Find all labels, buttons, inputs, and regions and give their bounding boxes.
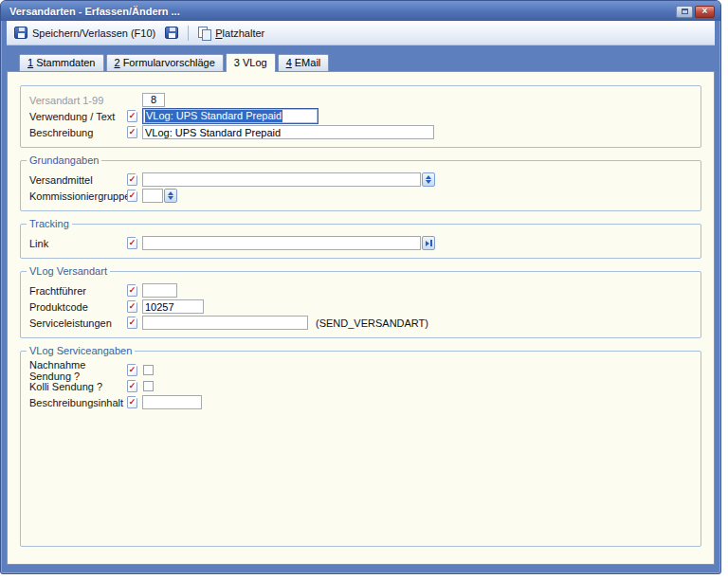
tab-strip: 1Stammdaten 2Formularvorschläge 3VLog 4E… xyxy=(7,48,715,71)
group-title: Grundangaben xyxy=(27,154,101,166)
field-row-produktcode: Produktcode xyxy=(29,299,692,315)
tab-label: Formularvorschläge xyxy=(123,57,215,68)
spinner-up-icon xyxy=(426,175,431,179)
required-check-icon[interactable] xyxy=(127,317,137,329)
frachtfuehrer-input[interactable] xyxy=(142,283,177,298)
restore-button[interactable] xyxy=(676,6,693,18)
field-row-serviceleistungen: Serviceleistungen (SEND_VERSANDART) xyxy=(29,315,692,331)
field-row-nachnahme: Nachnahme Sendung ? xyxy=(29,362,692,378)
close-icon: × xyxy=(702,7,708,16)
arrow-right-icon xyxy=(426,241,429,246)
tab-label: VLog xyxy=(243,57,267,68)
window-controls: × xyxy=(676,6,715,18)
copy-icon xyxy=(198,27,210,40)
beschreibungsinhalt-input[interactable] xyxy=(142,395,202,409)
save-exit-label: Speichern/Verlassen (F10) xyxy=(32,27,155,39)
save-icon xyxy=(14,27,27,39)
group-tracking: Tracking Link xyxy=(20,224,701,259)
group-title: VLog Serviceangaben xyxy=(27,345,135,356)
tab-number: 1 xyxy=(27,57,33,68)
link-open-button[interactable] xyxy=(422,236,435,250)
beschreibung-input[interactable] xyxy=(142,125,434,139)
field-row-kommissioniergruppe: Kommissioniergruppe xyxy=(29,188,692,204)
save-exit-button[interactable]: Speichern/Verlassen (F10) xyxy=(10,25,159,41)
close-button[interactable]: × xyxy=(695,6,715,18)
label-verwendung: Verwendung / Text xyxy=(29,111,127,122)
field-row-beschreibung: Beschreibung xyxy=(29,124,692,140)
tab-number: 2 xyxy=(115,57,120,68)
label-nachnahme: Nachnahme Sendung ? xyxy=(29,359,127,382)
group-grundangaben: Grundangaben Versandmittel Kommissionier… xyxy=(20,160,701,211)
restore-icon xyxy=(682,9,688,14)
serviceleistungen-input[interactable] xyxy=(142,316,308,330)
field-row-verwendung: Verwendung / Text VLog: UPS Standard Pre… xyxy=(29,108,692,124)
label-frachtfuehrer: Frachtführer xyxy=(29,285,127,297)
versandmittel-input[interactable] xyxy=(142,172,421,187)
toolbar: Speichern/Verlassen (F10) Platzhalter xyxy=(7,21,715,45)
field-row-link: Link xyxy=(29,235,692,251)
field-row-frachtfuehrer: Frachtführer xyxy=(29,282,692,299)
required-check-icon[interactable] xyxy=(127,110,137,122)
kommissioniergruppe-spinner[interactable] xyxy=(164,189,177,203)
spinner-down-icon xyxy=(168,196,173,200)
field-row-versandart: Versandart 1-99 8 xyxy=(29,92,692,108)
tab-number: 4 xyxy=(286,57,292,68)
selected-text: VLog: UPS Standard Prepaid xyxy=(145,110,282,122)
tab-vlog[interactable]: 3VLog xyxy=(226,53,276,72)
tab-number: 3 xyxy=(234,57,240,68)
tab-label: EMail xyxy=(295,57,321,68)
label-kolli: Kolli Sendung ? xyxy=(29,381,127,392)
versandmittel-spinner[interactable] xyxy=(422,172,435,187)
label-beschreibung: Beschreibung xyxy=(29,127,127,138)
tab-panel-vlog: Versandart 1-99 8 Verwendung / Text VLog… xyxy=(7,71,715,565)
dialog-window: Versandarten - Erfassen/Ändern ... × Spe… xyxy=(0,0,721,574)
required-check-icon[interactable] xyxy=(127,126,137,138)
label-serviceleistungen: Serviceleistungen xyxy=(29,317,127,329)
group-title: VLog Versandart xyxy=(27,265,110,277)
toolbar-separator xyxy=(188,26,189,41)
window-title: Versandarten - Erfassen/Ändern ... xyxy=(9,6,180,17)
kommissioniergruppe-input[interactable] xyxy=(142,189,163,203)
title-bar: Versandarten - Erfassen/Ändern ... × xyxy=(1,1,720,21)
tab-stammdaten[interactable]: 1Stammdaten xyxy=(19,54,104,71)
spinner-up-icon xyxy=(168,191,173,195)
platzhalter-button[interactable]: Platzhalter xyxy=(194,25,268,42)
label-beschreibungsinhalt: Beschreibungsinhalt xyxy=(29,397,127,408)
tab-label: Stammdaten xyxy=(36,57,95,68)
field-row-beschreibungsinhalt: Beschreibungsinhalt xyxy=(29,394,692,410)
label-link: Link xyxy=(29,238,127,249)
group-vlog-serviceangaben: VLog Serviceangaben Nachnahme Sendung ? … xyxy=(20,351,701,547)
spinner-down-icon xyxy=(426,180,431,184)
save-button[interactable] xyxy=(161,25,182,41)
kolli-checkbox[interactable] xyxy=(143,381,154,391)
label-versandart: Versandart 1-99 xyxy=(29,95,127,106)
required-check-icon[interactable] xyxy=(127,396,137,408)
required-check-icon[interactable] xyxy=(127,173,137,186)
group-vlog-versandart: VLog Versandart Frachtführer Produktcode… xyxy=(20,271,701,338)
label-kommissioniergruppe: Kommissioniergruppe xyxy=(29,190,127,202)
required-check-icon[interactable] xyxy=(127,237,137,249)
label-produktcode: Produktcode xyxy=(29,301,127,313)
field-row-versandmittel: Versandmittel xyxy=(29,172,692,188)
nachnahme-checkbox[interactable] xyxy=(143,365,154,375)
required-check-icon[interactable] xyxy=(127,364,137,376)
produktcode-input[interactable] xyxy=(142,299,204,314)
required-check-icon[interactable] xyxy=(127,284,137,297)
send-versandart-hint: (SEND_VERSANDART) xyxy=(316,317,428,329)
link-input[interactable] xyxy=(142,236,421,250)
versandart-value: 8 xyxy=(142,93,165,107)
label-versandmittel: Versandmittel xyxy=(29,174,127,186)
required-check-icon[interactable] xyxy=(127,380,137,392)
verwendung-input[interactable]: VLog: UPS Standard Prepaid xyxy=(142,108,318,124)
save-icon xyxy=(165,27,178,39)
tab-email[interactable]: 4EMail xyxy=(278,54,330,71)
group-key-data: Versandart 1-99 8 Verwendung / Text VLog… xyxy=(20,85,701,148)
required-check-icon[interactable] xyxy=(127,190,137,202)
field-row-kolli: Kolli Sendung ? xyxy=(29,378,692,394)
required-check-icon[interactable] xyxy=(127,300,137,313)
platzhalter-label: Platzhalter xyxy=(215,27,264,39)
tab-formularvorschlaege[interactable]: 2Formularvorschläge xyxy=(106,54,224,71)
group-title: Tracking xyxy=(27,218,72,229)
